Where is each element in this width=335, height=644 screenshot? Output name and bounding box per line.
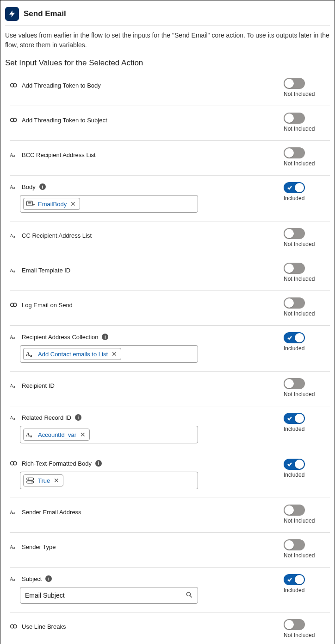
remove-pill-icon[interactable]: ✕ (54, 477, 59, 484)
panel-title: Send Email (24, 9, 66, 19)
field-label: BCC Recipient Address List (22, 152, 96, 158)
info-icon[interactable]: i (39, 183, 46, 190)
input-row-threading-body: Add Threading Token to Body Not Included (10, 71, 330, 106)
field-label: Sender Email Address (22, 509, 81, 516)
text-type-icon: Aa (10, 575, 18, 582)
toggle-label: Included (284, 195, 304, 202)
field-label: Recipient Address Collection (22, 334, 98, 341)
text-type-icon: Aa (10, 151, 18, 158)
section-title: Set Input Values for the Selected Action (5, 58, 330, 68)
include-toggle[interactable] (284, 147, 305, 158)
boolean-type-icon (10, 460, 18, 467)
svg-text:a: a (30, 434, 32, 438)
body-value-input[interactable]: EmailBody ✕ (20, 195, 198, 213)
svg-text:A: A (10, 233, 13, 238)
pill-label: Add Contact emails to List (38, 351, 108, 358)
info-icon[interactable]: i (95, 460, 102, 467)
svg-point-30 (28, 478, 29, 480)
text-type-icon: Aa (10, 508, 18, 516)
svg-text:a: a (13, 154, 15, 158)
toggle-label: Not Included (284, 276, 315, 282)
svg-text:A: A (10, 152, 13, 158)
svg-point-32 (31, 481, 33, 483)
field-label: CC Recipient Address List (22, 232, 92, 239)
field-label: Sender Type (22, 543, 56, 550)
svg-text:A: A (10, 184, 13, 189)
input-values-list: Add Threading Token to Body Not Included… (5, 71, 330, 644)
toggle-label: Not Included (284, 160, 315, 167)
field-label: Rich-Text-Formatted Body (22, 460, 92, 467)
field-label: Body (22, 183, 36, 190)
info-icon[interactable]: i (45, 575, 52, 582)
toggle-label: Not Included (284, 91, 315, 97)
svg-text:a: a (13, 546, 15, 550)
svg-text:a: a (13, 269, 15, 273)
include-toggle[interactable] (284, 378, 305, 389)
info-icon[interactable]: i (75, 414, 81, 421)
input-row-template-id: Aa Email Template ID Not Included (10, 256, 330, 291)
toggle-label: Included (284, 345, 304, 352)
include-toggle[interactable] (284, 113, 305, 124)
remove-pill-icon[interactable]: ✕ (80, 431, 86, 438)
input-row-recipient-collection: Aa Recipient Address Collection i Aa Add… (10, 326, 330, 372)
field-label: Add Threading Token to Body (22, 82, 101, 89)
subject-input[interactable]: Email Subject (20, 587, 198, 604)
text-type-icon: Aa (10, 232, 18, 239)
input-row-sender-type: Aa Sender Type Not Included (10, 533, 330, 568)
text-variable-icon: Aa (26, 350, 35, 358)
pill-label: True (38, 477, 50, 484)
input-row-subject: Aa Subject i Email Subject Included (10, 568, 330, 612)
toggle-label: Not Included (284, 126, 315, 132)
include-toggle[interactable] (284, 297, 305, 309)
input-row-threading-subject: Add Threading Token to Subject Not Inclu… (10, 106, 330, 141)
include-toggle[interactable] (284, 574, 305, 585)
rich-body-input[interactable]: True ✕ (20, 472, 198, 489)
input-row-related-record: Aa Related Record ID i Aa AccountId_var … (10, 406, 330, 452)
include-toggle[interactable] (284, 182, 305, 193)
svg-text:a: a (13, 578, 15, 582)
input-row-cc: Aa CC Recipient Address List Not Include… (10, 221, 330, 256)
related-record-input[interactable]: Aa AccountId_var ✕ (20, 426, 198, 443)
svg-text:a: a (13, 186, 15, 190)
value-pill: EmailBody ✕ (23, 198, 80, 210)
pill-label: EmailBody (38, 201, 67, 208)
field-label: Recipient ID (22, 382, 55, 389)
search-icon (186, 591, 193, 600)
include-toggle[interactable] (284, 228, 305, 239)
include-toggle[interactable] (284, 505, 305, 516)
field-label: Add Threading Token to Subject (22, 117, 107, 124)
boolean-type-icon (10, 82, 18, 89)
include-toggle[interactable] (284, 459, 305, 470)
text-type-icon: Aa (10, 382, 18, 389)
svg-text:a: a (30, 353, 32, 358)
recipient-collection-input[interactable]: Aa Add Contact emails to List ✕ (20, 345, 198, 363)
svg-point-39 (186, 592, 190, 596)
include-toggle[interactable] (284, 332, 305, 343)
include-toggle[interactable] (284, 413, 305, 424)
text-variable-icon: Aa (26, 430, 35, 439)
info-icon[interactable]: i (102, 334, 108, 340)
remove-pill-icon[interactable]: ✕ (70, 200, 76, 208)
pill-label: AccountId_var (38, 431, 76, 438)
svg-text:A: A (10, 509, 13, 515)
toggle-label: Included (284, 587, 304, 593)
action-icon (5, 7, 19, 21)
remove-pill-icon[interactable]: ✕ (112, 350, 117, 358)
include-toggle[interactable] (284, 539, 305, 550)
text-type-icon: Aa (10, 333, 18, 341)
value-pill: Aa Add Contact emails to List ✕ (23, 348, 121, 360)
input-row-line-breaks: Use Line Breaks Not Included (10, 612, 330, 644)
value-pill: True ✕ (23, 474, 63, 486)
include-toggle[interactable] (284, 263, 305, 274)
svg-text:A: A (26, 351, 30, 357)
field-label: Use Line Breaks (22, 623, 66, 630)
toggle-label: Included (284, 426, 304, 432)
panel-header: Send Email (5, 5, 330, 26)
boolean-type-icon (10, 623, 18, 630)
svg-rect-8 (27, 201, 32, 206)
include-toggle[interactable] (284, 78, 305, 89)
svg-text:A: A (10, 576, 13, 581)
include-toggle[interactable] (284, 619, 305, 630)
svg-text:a: a (13, 234, 15, 239)
text-type-icon: Aa (10, 543, 18, 550)
